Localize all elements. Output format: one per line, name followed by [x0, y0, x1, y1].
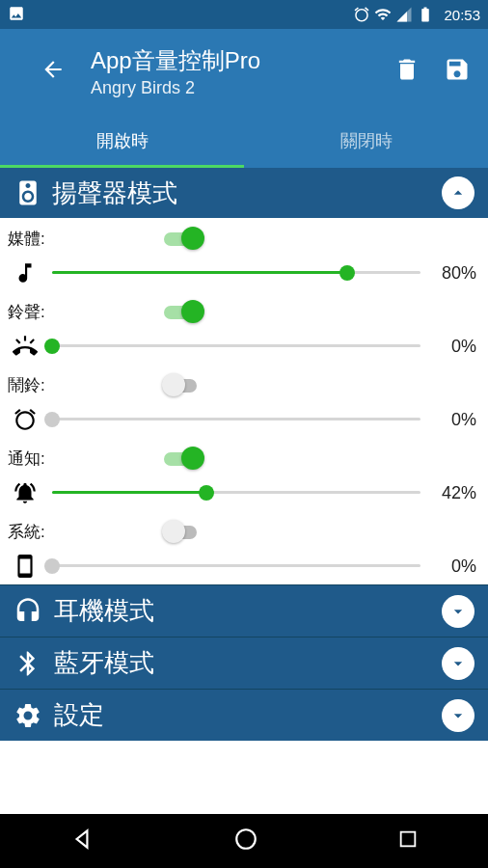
volume-ring: 鈴聲: 0%: [0, 291, 488, 365]
volume-alarm: 鬧鈴: 0%: [0, 365, 488, 438]
nav-home[interactable]: [233, 827, 258, 855]
ring-slider[interactable]: [52, 335, 420, 358]
alarm-clock-icon: [8, 407, 42, 432]
system-pct: 0%: [430, 556, 480, 577]
ring-toggle[interactable]: [164, 300, 203, 323]
android-navbar: [0, 814, 488, 868]
battery-icon: [417, 6, 434, 23]
expand-icon[interactable]: [442, 595, 474, 628]
nav-recent[interactable]: [397, 828, 419, 854]
ring-label: 鈴聲:: [8, 301, 52, 323]
section-settings[interactable]: 設定: [0, 689, 488, 741]
section-speaker-header[interactable]: 揚聲器模式: [0, 168, 488, 218]
clock-time: 20:53: [444, 7, 480, 23]
alarm-label: 鬧鈴:: [8, 374, 52, 396]
tabs: 開啟時 關閉時: [0, 114, 488, 168]
notif-toggle[interactable]: [164, 447, 203, 470]
wifi-icon: [374, 6, 392, 23]
tab-on-open[interactable]: 開啟時: [0, 114, 244, 168]
app-bar: App音量控制Pro Angry Birds 2: [0, 29, 488, 114]
delete-button[interactable]: [393, 56, 420, 87]
bluetooth-icon: [14, 649, 42, 678]
ring-volume-icon: [8, 334, 42, 359]
media-label: 媒體:: [8, 228, 52, 250]
alarm-pct: 0%: [430, 410, 480, 430]
tab-indicator: [0, 165, 244, 168]
back-button[interactable]: [41, 57, 66, 86]
app-subtitle: Angry Birds 2: [91, 78, 370, 98]
alarm-toggle[interactable]: [164, 373, 203, 396]
notif-slider[interactable]: [52, 481, 420, 504]
notif-label: 通知:: [8, 448, 52, 470]
speaker-icon: [14, 178, 42, 207]
svg-rect-1: [401, 832, 416, 847]
expand-icon[interactable]: [442, 647, 474, 680]
section-speaker-label: 揚聲器模式: [52, 176, 432, 210]
headphones-icon: [14, 597, 42, 626]
volume-notif: 通知: 42%: [0, 438, 488, 511]
section-headphone[interactable]: 耳機模式: [0, 584, 488, 637]
bluetooth-label: 藍牙模式: [54, 646, 430, 680]
signal-icon: [395, 6, 413, 23]
notif-pct: 42%: [430, 483, 480, 503]
app-title: App音量控制Pro: [91, 45, 370, 76]
system-slider[interactable]: [52, 555, 420, 578]
volume-system: 系統: 0%: [0, 511, 488, 584]
alarm-icon: [353, 6, 370, 23]
system-toggle[interactable]: [164, 520, 203, 543]
expand-icon[interactable]: [442, 699, 474, 732]
settings-label: 設定: [54, 698, 430, 732]
phone-icon: [8, 554, 42, 579]
media-toggle[interactable]: [164, 227, 203, 250]
volume-media: 媒體: 80%: [0, 218, 488, 291]
headphone-label: 耳機模式: [54, 594, 430, 628]
bell-icon: [8, 480, 42, 505]
save-button[interactable]: [444, 56, 471, 87]
section-bluetooth[interactable]: 藍牙模式: [0, 637, 488, 689]
tab-on-close[interactable]: 關閉時: [244, 114, 488, 168]
system-label: 系統:: [8, 521, 52, 543]
media-slider[interactable]: [52, 261, 420, 285]
nav-back[interactable]: [69, 827, 95, 855]
image-icon: [8, 5, 25, 22]
alarm-slider[interactable]: [52, 408, 420, 431]
music-note-icon: [8, 260, 42, 285]
collapse-icon[interactable]: [442, 176, 474, 209]
svg-point-0: [236, 829, 256, 849]
status-bar: 20:53: [0, 0, 488, 29]
media-pct: 80%: [430, 263, 480, 284]
gear-icon: [14, 701, 42, 730]
ring-pct: 0%: [430, 337, 480, 357]
